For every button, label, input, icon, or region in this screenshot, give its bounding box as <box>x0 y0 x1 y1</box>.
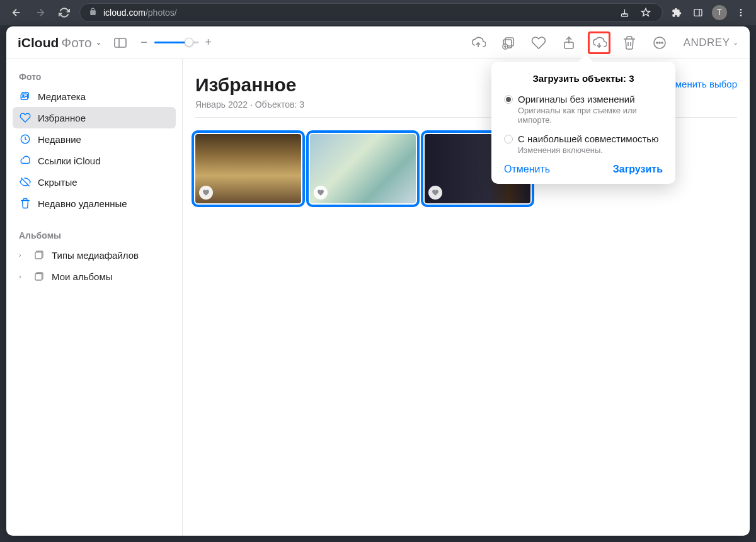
sidebar-item-label: Скрытые <box>38 177 77 188</box>
radio-icon[interactable] <box>504 135 513 144</box>
svg-point-2 <box>740 9 742 11</box>
extensions-icon[interactable] <box>669 5 684 20</box>
radio-icon[interactable] <box>504 95 513 104</box>
photo-item[interactable] <box>195 134 301 203</box>
sidebar-item-label: Избранное <box>38 113 86 123</box>
option-desc: Оригиналы как при съемке или импорте. <box>518 106 663 125</box>
more-icon[interactable] <box>648 31 671 54</box>
app-title[interactable]: iCloud Фото ⌄ <box>18 35 101 50</box>
app-name: iCloud <box>18 35 59 50</box>
cloud-icon <box>19 154 32 167</box>
back-button[interactable] <box>8 4 25 21</box>
sidebar-section-photos: Фото <box>13 68 176 86</box>
sidebar-item-label: Ссылки iCloud <box>38 155 101 166</box>
sidebar-item-library[interactable]: Медиатека <box>13 86 176 107</box>
sidebar-item-label: Типы медиафайлов <box>52 250 139 261</box>
favorite-badge-icon <box>428 186 442 200</box>
user-menu[interactable]: ANDREY ⌄ <box>684 37 738 49</box>
menu-icon[interactable] <box>733 5 748 20</box>
page-date: Январь 2022 <box>195 99 248 110</box>
trash-icon <box>19 197 32 210</box>
zoom-in[interactable]: + <box>203 36 214 49</box>
url-bar[interactable]: icloud.com/photos/ <box>79 3 663 22</box>
library-icon <box>19 90 32 103</box>
zoom-out[interactable]: − <box>139 36 149 49</box>
star-icon[interactable] <box>638 5 653 20</box>
share-browser-icon[interactable] <box>617 5 632 20</box>
photo-item[interactable] <box>310 134 416 203</box>
separator: · <box>250 99 255 110</box>
profile-avatar[interactable]: T <box>712 5 727 20</box>
sidebar: Фото Медиатека Избранное Недавние Ссылки… <box>6 59 183 536</box>
app-window: iCloud Фото ⌄ − + <box>6 26 750 536</box>
share-icon[interactable] <box>558 31 580 54</box>
add-to-album-icon[interactable] <box>497 31 520 54</box>
svg-point-12 <box>659 42 660 43</box>
svg-point-3 <box>740 12 742 14</box>
chevron-down-icon: ⌄ <box>733 38 739 47</box>
favorite-icon[interactable] <box>527 31 550 54</box>
heart-icon <box>19 111 32 124</box>
chevron-right-icon: › <box>19 273 26 280</box>
option-label: Оригиналы без изменений <box>518 94 663 104</box>
sidebar-item-icloud-links[interactable]: Ссылки iCloud <box>13 150 176 171</box>
favorite-badge-icon <box>314 186 328 200</box>
favorite-badge-icon <box>199 186 213 200</box>
cancel-button[interactable]: Отменить <box>504 164 550 175</box>
svg-rect-1 <box>694 9 702 16</box>
popover-title: Загрузить объекты: 3 <box>504 73 663 84</box>
download-popover: Загрузить объекты: 3 Оригиналы без измен… <box>491 62 675 184</box>
download-button[interactable]: Загрузить <box>613 164 663 175</box>
stack-icon <box>33 249 45 261</box>
zoom-slider[interactable]: − + <box>139 36 214 49</box>
option-unmodified[interactable]: Оригиналы без изменений Оригиналы как пр… <box>504 94 663 125</box>
panel-icon[interactable] <box>690 5 706 20</box>
option-compatible[interactable]: С наибольшей совместимостью Изменения вк… <box>504 133 663 155</box>
lock-icon <box>89 8 97 18</box>
page-count: Объектов: 3 <box>255 99 304 110</box>
sidebar-item-favorites[interactable]: Избранное <box>13 107 176 128</box>
eye-off-icon <box>19 176 32 188</box>
sidebar-section-albums: Альбомы <box>13 227 176 244</box>
sidebar-item-label: Недавние <box>38 134 81 145</box>
app-section: Фото <box>61 35 91 50</box>
sidebar-item-my-albums[interactable]: › Мои альбомы <box>13 266 176 287</box>
sidebar-item-recents[interactable]: Недавние <box>13 128 176 150</box>
stack-icon <box>33 270 45 283</box>
toolbar: iCloud Фото ⌄ − + <box>6 26 750 59</box>
sidebar-toggle-icon[interactable] <box>109 31 132 54</box>
svg-point-4 <box>740 14 742 16</box>
clock-icon <box>19 133 32 145</box>
delete-icon[interactable] <box>618 31 641 54</box>
svg-rect-19 <box>35 252 42 259</box>
svg-rect-0 <box>621 13 627 16</box>
sidebar-item-deleted[interactable]: Недавно удаленные <box>13 193 176 214</box>
svg-point-11 <box>656 42 658 43</box>
browser-chrome: icloud.com/photos/ T <box>0 0 756 25</box>
sidebar-item-label: Медиатека <box>38 91 86 102</box>
svg-point-13 <box>662 42 663 43</box>
url-text: icloud.com/photos/ <box>103 8 610 18</box>
option-label: С наибольшей совместимостью <box>518 133 663 144</box>
sidebar-item-hidden[interactable]: Скрытые <box>13 171 176 193</box>
sidebar-item-label: Мои альбомы <box>52 271 113 282</box>
chevron-down-icon: ⌄ <box>96 38 101 47</box>
chevron-right-icon: › <box>19 251 26 259</box>
sidebar-item-label: Недавно удаленные <box>38 198 127 209</box>
reload-button[interactable] <box>55 4 73 21</box>
user-name: ANDREY <box>684 37 730 49</box>
svg-rect-21 <box>35 274 42 281</box>
download-icon[interactable] <box>588 31 610 54</box>
slider-track[interactable] <box>154 42 198 43</box>
option-desc: Изменения включены. <box>518 145 663 155</box>
upload-icon[interactable] <box>467 31 490 54</box>
forward-button[interactable] <box>32 4 49 21</box>
avatar-letter: T <box>717 8 721 17</box>
sidebar-item-media-types[interactable]: › Типы медиафайлов <box>13 244 176 266</box>
slider-knob[interactable] <box>185 38 193 47</box>
svg-rect-5 <box>115 38 126 47</box>
